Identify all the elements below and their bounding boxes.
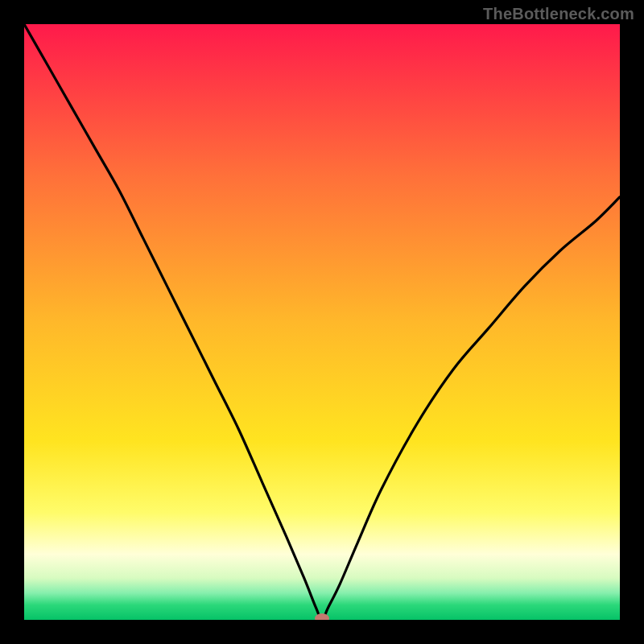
bottleneck-chart [0,0,644,644]
gradient-plot-area [24,24,620,620]
chart-frame: TheBottleneck.com [0,0,644,644]
watermark-label: TheBottleneck.com [483,5,634,23]
